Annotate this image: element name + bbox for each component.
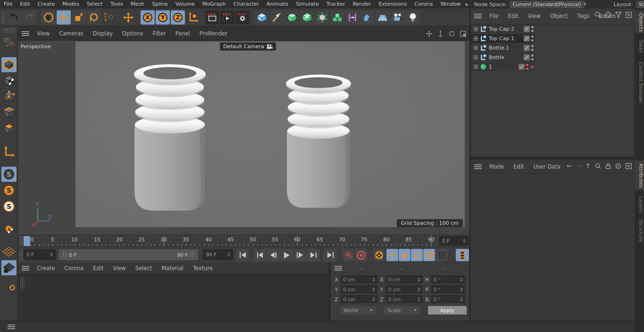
deformer-button[interactable]: [345, 10, 360, 25]
open-timeline-button[interactable]: [456, 249, 469, 261]
frame-range-slider[interactable]: 0 F 90 F: [59, 249, 198, 260]
viewport-menu-view[interactable]: View: [32, 30, 54, 37]
rotate-tool-button[interactable]: [87, 10, 101, 25]
hamburger-icon[interactable]: [22, 31, 29, 36]
menu-spline[interactable]: Spline: [148, 0, 172, 9]
forward-arrow-icon[interactable]: →: [576, 162, 581, 170]
live-selection-button[interactable]: [42, 10, 56, 25]
z-axis-lock-button[interactable]: Z: [171, 10, 185, 25]
visibility-dots[interactable]: [531, 54, 534, 60]
home-icon[interactable]: [605, 11, 611, 18]
visibility-dots-red[interactable]: [526, 64, 528, 70]
material-menu-create[interactable]: Create: [32, 265, 59, 272]
model-mode-button[interactable]: [1, 57, 17, 72]
back-arrow-icon[interactable]: ←: [567, 162, 572, 170]
menu-mesh[interactable]: Mesh: [127, 0, 148, 9]
add-cube-button[interactable]: [255, 10, 269, 25]
spinner-arrows-icon[interactable]: [372, 288, 375, 291]
magnet-button[interactable]: [1, 221, 17, 237]
go-to-start-button[interactable]: [236, 249, 249, 261]
spinner-arrows-icon[interactable]: [460, 288, 463, 291]
visibility-dots[interactable]: [531, 35, 534, 42]
snap-settings-button[interactable]: S: [1, 183, 17, 198]
edit-toggle-icon[interactable]: [524, 45, 530, 51]
object-row-bottle-1[interactable]: Bottle.1: [471, 43, 535, 53]
viewport-menu-prorender[interactable]: ProRender: [195, 30, 232, 37]
polygons-mode-button[interactable]: [1, 121, 17, 136]
target-icon[interactable]: [615, 163, 621, 169]
node-space-dropdown[interactable]: Current (Standard/Physical): [510, 1, 585, 8]
coordinate-system-button[interactable]: [186, 10, 200, 25]
edges-mode-button[interactable]: [1, 105, 17, 120]
rotation-p-field[interactable]: 0 °: [431, 285, 465, 293]
coordinate-space-dropdown[interactable]: World: [341, 306, 376, 315]
expand-icon[interactable]: [474, 55, 478, 60]
layout-dropdown[interactable]: Startup: [636, 1, 644, 8]
spinner-arrows-icon[interactable]: [372, 278, 375, 281]
hamburger-icon[interactable]: [335, 266, 342, 271]
spinner-arrows-icon[interactable]: [227, 253, 230, 256]
ruler-frame-field[interactable]: 0 F: [439, 236, 468, 246]
spinner-arrows-icon[interactable]: [460, 298, 463, 301]
material-menu-corona[interactable]: Corona: [59, 265, 88, 272]
om-menu-object[interactable]: Object: [545, 13, 572, 19]
scale-y-field[interactable]: 0 cm: [386, 285, 423, 293]
om-menu-view[interactable]: View: [523, 13, 545, 19]
hamburger-icon[interactable]: [474, 14, 482, 18]
transform-mode-dropdown[interactable]: Scale: [384, 306, 419, 315]
edit-toggle-icon[interactable]: [519, 64, 525, 70]
keyframe-selection-button[interactable]: [373, 249, 385, 261]
menu-create[interactable]: Create: [34, 0, 59, 9]
snap-modes-button[interactable]: S: [1, 199, 17, 214]
light-button[interactable]: [406, 10, 420, 25]
edit-render-settings-button[interactable]: [235, 10, 250, 25]
y-axis-lock-button[interactable]: Y: [156, 10, 170, 25]
toolbar-grip[interactable]: [1, 11, 6, 24]
material-menu-edit[interactable]: Edit: [88, 265, 108, 272]
spinner-arrows-icon[interactable]: [418, 288, 420, 291]
rotate-view-icon[interactable]: [448, 30, 455, 37]
object-row-1[interactable]: 1 ×: [471, 62, 535, 72]
points-mode-button[interactable]: [1, 89, 17, 104]
x-axis-lock-button[interactable]: X: [141, 10, 155, 25]
timeline-ruler[interactable]: 0 5 10 15 20 25 30 35 40 45 50 55 60 65 …: [18, 235, 470, 247]
menu-render[interactable]: Render: [349, 0, 375, 9]
am-menu-mode[interactable]: Mode: [485, 163, 509, 170]
filter-icon[interactable]: [615, 11, 622, 18]
rotation-b-field[interactable]: 0 °: [431, 295, 465, 303]
bottle-model-right[interactable]: [286, 75, 351, 208]
material-grip[interactable]: [20, 277, 25, 289]
material-menu-view[interactable]: View: [108, 265, 130, 272]
redo-button[interactable]: [22, 10, 36, 25]
am-menu-edit[interactable]: Edit: [509, 163, 528, 170]
edit-toggle-icon[interactable]: [524, 54, 530, 60]
camera-pill[interactable]: Default Camera: [220, 43, 276, 51]
record-parameter-button[interactable]: P: [423, 249, 435, 261]
expand-icon[interactable]: [474, 46, 478, 50]
menu-file[interactable]: File: [0, 0, 16, 9]
psr-tool-button[interactable]: PSR: [102, 10, 116, 25]
range-grip-icon[interactable]: [63, 252, 66, 257]
floor-button[interactable]: [376, 10, 390, 25]
record-position-button[interactable]: [386, 249, 398, 261]
tab-content-browser[interactable]: Content Browser: [635, 58, 644, 108]
camera-button[interactable]: [391, 10, 405, 25]
cloner-button[interactable]: [315, 10, 329, 25]
render-region[interactable]: [75, 42, 465, 227]
viewport-menu-panel[interactable]: Panel: [171, 30, 195, 37]
workplane-transform-button[interactable]: [1, 276, 17, 291]
apply-button[interactable]: Apply: [428, 306, 467, 315]
range-grip-icon[interactable]: [191, 252, 193, 257]
playhead[interactable]: [24, 236, 30, 246]
om-menu-file[interactable]: File: [485, 13, 503, 19]
bottle-model-left[interactable]: [134, 64, 206, 211]
search-icon[interactable]: [594, 11, 601, 18]
maximize-view-icon[interactable]: [460, 30, 467, 37]
axis-move-button[interactable]: [121, 10, 135, 25]
object-row-bottle[interactable]: Bottle: [471, 53, 535, 62]
position-x-field[interactable]: 0 cm: [341, 275, 377, 283]
previous-key-button[interactable]: [254, 249, 267, 261]
hamburger-icon[interactable]: [474, 164, 482, 169]
viewport-menu-options[interactable]: Options: [117, 30, 148, 37]
material-menu-material[interactable]: Material: [157, 265, 188, 272]
